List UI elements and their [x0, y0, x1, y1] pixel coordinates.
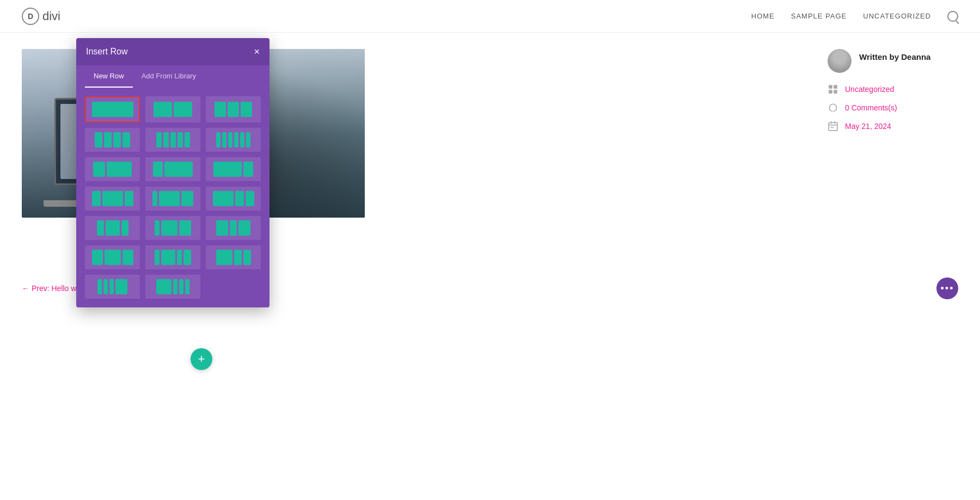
article-area: Insert Row × New Row Add From Library: [22, 49, 806, 218]
layout-row5-c[interactable]: [206, 216, 261, 240]
layout-6col[interactable]: [206, 128, 261, 152]
layout-1-4-1-4-half[interactable]: [145, 187, 200, 211]
date-text: May 21, 2024: [845, 122, 891, 131]
grid-icon: [828, 84, 838, 95]
chat-icon: [828, 102, 838, 113]
category-text[interactable]: Uncategorized: [845, 85, 894, 94]
layout-row6-c[interactable]: [206, 245, 261, 269]
svg-rect-10: [831, 127, 832, 128]
add-row-button[interactable]: +: [191, 348, 212, 370]
nav-links: HOME SAMPLE PAGE UNCATEGORIZED: [751, 11, 958, 22]
insert-row-modal: Insert Row × New Row Add From Library: [76, 38, 270, 307]
layout-1col[interactable]: [85, 96, 140, 122]
avatar: [828, 49, 852, 73]
layout-row5-a[interactable]: [85, 216, 140, 240]
meta-category: Uncategorized: [828, 84, 958, 95]
svg-rect-0: [829, 85, 832, 89]
tab-add-from-library[interactable]: Add From Library: [133, 65, 205, 88]
modal-close-button[interactable]: ×: [254, 47, 260, 57]
sidebar: Written by Deanna Uncategorized: [828, 49, 958, 218]
layout-3col-equal[interactable]: [206, 96, 261, 122]
nav-link-home[interactable]: HOME: [751, 12, 775, 20]
layout-5col[interactable]: [145, 128, 200, 152]
layout-3-4-1-4[interactable]: [206, 157, 261, 181]
svg-rect-6: [829, 122, 837, 131]
svg-rect-1: [834, 85, 837, 89]
layout-4col[interactable]: [85, 128, 140, 152]
layout-2col-equal[interactable]: [145, 96, 200, 122]
layout-row7-a[interactable]: [85, 275, 140, 299]
meta-date: May 21, 2024: [828, 121, 958, 132]
search-icon[interactable]: [947, 11, 958, 22]
layout-half-1-4-1-4[interactable]: [206, 187, 261, 211]
layout-row6-a[interactable]: [85, 245, 140, 269]
calendar-icon: [828, 121, 838, 132]
modal-overlay: Insert Row × New Row Add From Library: [76, 38, 270, 307]
author-section: Written by Deanna: [828, 49, 958, 73]
layout-grid: [85, 96, 261, 299]
comments-text[interactable]: 0 Comments(s): [845, 103, 897, 112]
top-navigation: D divi HOME SAMPLE PAGE UNCATEGORIZED: [0, 0, 980, 33]
author-name: Written by Deanna: [859, 52, 930, 61]
logo-text: divi: [42, 9, 60, 23]
layout-row7-b[interactable]: [145, 275, 200, 299]
meta-comments: 0 Comments(s): [828, 102, 958, 113]
svg-rect-11: [832, 127, 834, 128]
modal-title: Insert Row: [86, 47, 127, 57]
svg-rect-3: [834, 90, 837, 94]
layout-row5-b[interactable]: [145, 216, 200, 240]
dots-menu-button[interactable]: •••: [936, 277, 958, 299]
svg-rect-2: [829, 90, 832, 94]
modal-tabs: New Row Add From Library: [76, 65, 270, 88]
logo-circle: D: [22, 8, 39, 25]
tab-new-row[interactable]: New Row: [85, 65, 133, 88]
main-content: Insert Row × New Row Add From Library: [0, 33, 980, 234]
avatar-image: [828, 49, 852, 73]
nav-link-uncategorized[interactable]: UNCATEGORIZED: [863, 12, 931, 20]
layout-1-4-3-4[interactable]: [145, 157, 200, 181]
nav-link-sample-page[interactable]: SAMPLE PAGE: [791, 12, 847, 20]
layout-row6-b[interactable]: [145, 245, 200, 269]
layout-1-3-2-3[interactable]: [85, 157, 140, 181]
modal-body: [76, 88, 270, 307]
site-logo[interactable]: D divi: [22, 8, 60, 25]
layout-1-4-half-1-4[interactable]: [85, 187, 140, 211]
modal-header: Insert Row ×: [76, 38, 270, 65]
